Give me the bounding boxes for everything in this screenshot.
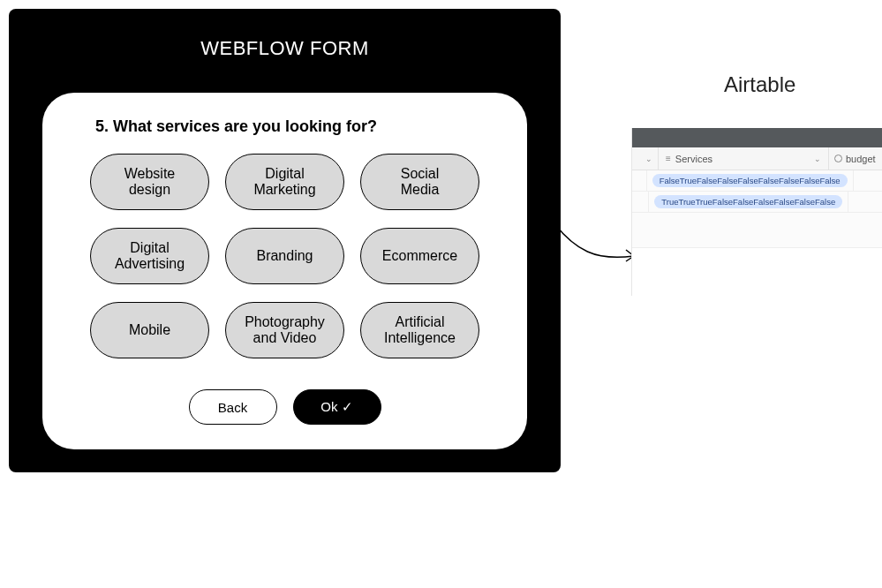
empty-rows: [632, 213, 882, 248]
option-digital-marketing[interactable]: Digital Marketing: [225, 154, 344, 210]
back-button[interactable]: Back: [189, 389, 277, 425]
airtable-toolbar: [632, 128, 882, 147]
form-question: 5. What services are you looking for?: [95, 117, 483, 136]
form-card: 5. What services are you looking for? We…: [42, 93, 527, 449]
services-tag: FalseTrueFalseFalseFalseFalseFalseFalseF…: [652, 174, 848, 187]
single-select-icon: [834, 155, 842, 162]
webflow-panel: WEBFLOW FORM 5. What services are you lo…: [9, 9, 561, 472]
option-website-design[interactable]: Website design: [90, 154, 209, 210]
column-header-budget-label: budget: [846, 154, 876, 164]
option-photography-video[interactable]: Photography and Video: [225, 302, 344, 358]
table-row[interactable]: FalseTrueFalseFalseFalseFalseFalseFalseF…: [632, 170, 882, 192]
arrow-icon: [539, 203, 645, 283]
table-row[interactable]: TrueTrueTrueFalseFalseFalseFalseFalseFal…: [632, 192, 882, 213]
options-grid: Website design Digital Marketing Social …: [87, 154, 483, 358]
option-social-media[interactable]: Social Media: [360, 154, 479, 210]
airtable-window: ⌄ ≡ Services ⌄ budget FalseTrueFalseFals…: [631, 128, 882, 296]
option-ecommerce[interactable]: Ecommerce: [360, 228, 479, 284]
chevron-down-icon: ⌄: [645, 155, 652, 163]
airtable-header-row: ⌄ ≡ Services ⌄ budget: [632, 147, 882, 170]
airtable-body: FalseTrueFalseFalseFalseFalseFalseFalseF…: [632, 170, 882, 248]
option-mobile[interactable]: Mobile: [90, 302, 209, 358]
prev-column-collapse[interactable]: ⌄: [632, 147, 659, 170]
column-header-services-label: Services: [675, 154, 712, 164]
form-actions: Back Ok ✓: [42, 389, 527, 425]
services-tag: TrueTrueTrueFalseFalseFalseFalseFalseFal…: [654, 195, 842, 208]
airtable-title: Airtable: [724, 72, 795, 97]
option-digital-advertising[interactable]: Digital Advertising: [90, 228, 209, 284]
option-branding[interactable]: Branding: [225, 228, 344, 284]
option-artificial-intelligence[interactable]: Artificial Intelligence: [360, 302, 479, 358]
column-header-services[interactable]: ≡ Services ⌄: [659, 147, 829, 170]
chevron-down-icon: ⌄: [814, 155, 821, 163]
column-header-budget[interactable]: budget: [829, 147, 882, 170]
webflow-title: WEBFLOW FORM: [9, 9, 561, 76]
multiselect-icon: ≡: [666, 154, 670, 163]
ok-button[interactable]: Ok ✓: [293, 389, 381, 425]
